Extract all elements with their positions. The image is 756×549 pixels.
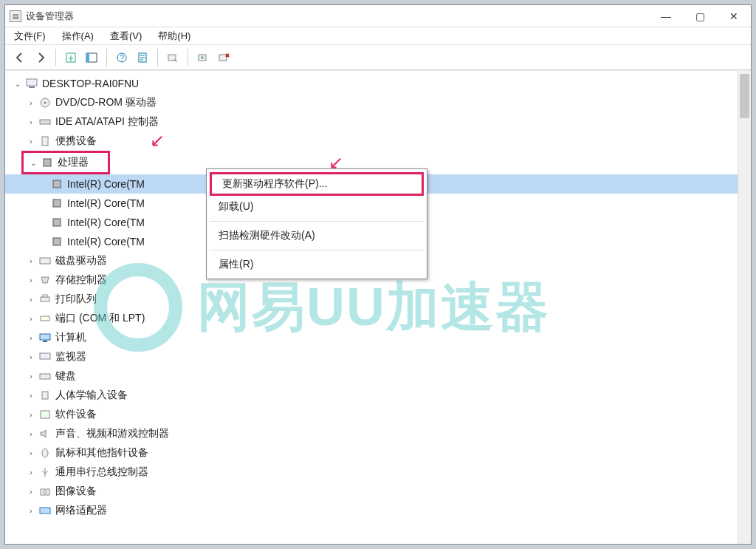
tree-node-network[interactable]: ›网络适配器 bbox=[5, 501, 738, 520]
uninstall-button[interactable] bbox=[214, 48, 233, 67]
device-tree[interactable]: 网易UU加速器 ↙ ↙ ⌄ DESKTOP-RAI0FNU › DVD/CD-R… bbox=[5, 71, 738, 544]
cpu-icon bbox=[49, 177, 64, 191]
vertical-scrollbar[interactable] bbox=[738, 71, 751, 544]
computer-icon bbox=[38, 331, 52, 344]
tree-node-mouse[interactable]: ›鼠标和其他指针设备 bbox=[5, 443, 738, 463]
device-manager-window: ▤ 设备管理器 — ▢ ✕ 文件(F) 操作(A) 查看(V) 帮助(H) ? bbox=[4, 4, 752, 545]
computer-icon bbox=[24, 77, 39, 90]
usb-icon bbox=[38, 466, 52, 479]
context-menu: 更新驱动程序软件(P)... 卸载(U) 扫描检测硬件改动(A) 属性(R) bbox=[206, 168, 427, 279]
network-icon bbox=[38, 504, 52, 517]
cpu-icon bbox=[49, 235, 64, 248]
scroll-thumb[interactable] bbox=[740, 74, 749, 118]
tree-label: 便携设备 bbox=[55, 134, 97, 148]
tree-node-processors[interactable]: ⌄ 处理器 bbox=[24, 153, 108, 172]
tree-node-hid[interactable]: ›人体学输入设备 bbox=[5, 386, 738, 405]
svg-rect-18 bbox=[53, 219, 61, 226]
mouse-icon bbox=[38, 446, 52, 460]
hid-icon bbox=[38, 389, 52, 402]
keyboard-icon bbox=[38, 369, 52, 383]
up-tree-button[interactable] bbox=[61, 48, 80, 67]
tree-label: 处理器 bbox=[58, 156, 89, 169]
tree-label: 人体学输入设备 bbox=[55, 389, 128, 402]
tree-label: Intel(R) Core(TM bbox=[67, 197, 145, 209]
tree-node-ide[interactable]: › IDE ATA/ATAPI 控制器 bbox=[5, 112, 738, 132]
tree-label: 打印队列 bbox=[55, 293, 97, 306]
tree-label: 端口 (COM 和 LPT) bbox=[55, 312, 145, 325]
expand-icon[interactable]: › bbox=[26, 137, 36, 146]
back-button[interactable] bbox=[10, 48, 30, 67]
tree-node-printq[interactable]: ›打印队列 bbox=[5, 290, 738, 309]
tree-label: 图像设备 bbox=[55, 485, 97, 498]
ctx-update-driver[interactable]: 更新驱动程序软件(P)... bbox=[210, 172, 424, 196]
svg-rect-23 bbox=[41, 316, 49, 321]
ctx-uninstall[interactable]: 卸载(U) bbox=[208, 196, 425, 218]
svg-point-12 bbox=[44, 102, 47, 104]
menu-file[interactable]: 文件(F) bbox=[11, 28, 49, 44]
menu-view[interactable]: 查看(V) bbox=[107, 28, 145, 44]
tree-label: 监视器 bbox=[55, 350, 86, 364]
ctx-separator bbox=[210, 250, 424, 250]
menubar: 文件(F) 操作(A) 查看(V) 帮助(H) bbox=[5, 27, 751, 45]
ctx-properties[interactable]: 属性(R) bbox=[208, 253, 425, 276]
tree-root[interactable]: ⌄ DESKTOP-RAI0FNU bbox=[5, 74, 738, 93]
maximize-button[interactable]: ▢ bbox=[683, 6, 717, 27]
tree-label: DVD/CD-ROM 驱动器 bbox=[55, 96, 157, 109]
disc-icon bbox=[38, 96, 52, 109]
expand-icon[interactable]: › bbox=[26, 118, 36, 126]
help-button[interactable]: ? bbox=[112, 48, 131, 67]
ctx-separator bbox=[210, 221, 424, 222]
tree-node-keyboard[interactable]: ›键盘 bbox=[5, 366, 738, 386]
software-icon bbox=[38, 408, 52, 421]
tree-node-computer[interactable]: ›计算机 bbox=[5, 328, 738, 347]
tree-node-ports[interactable]: ›端口 (COM 和 LPT) bbox=[5, 309, 738, 328]
svg-point-30 bbox=[42, 449, 48, 457]
svg-rect-14 bbox=[42, 137, 48, 146]
svg-rect-25 bbox=[43, 341, 47, 342]
tree-node-avgame[interactable]: ›声音、视频和游戏控制器 bbox=[5, 424, 738, 443]
svg-rect-16 bbox=[53, 180, 61, 188]
tree-node-imaging[interactable]: ›图像设备 bbox=[5, 482, 738, 501]
client-area: 网易UU加速器 ↙ ↙ ⌄ DESKTOP-RAI0FNU › DVD/CD-R… bbox=[5, 70, 751, 544]
show-pane-button[interactable] bbox=[82, 48, 101, 67]
sound-icon bbox=[38, 427, 52, 440]
tree-node-dvd[interactable]: › DVD/CD-ROM 驱动器 bbox=[5, 93, 738, 112]
update-driver-button[interactable] bbox=[193, 48, 213, 67]
cpu-icon bbox=[49, 216, 64, 229]
tree-label: IDE ATA/ATAPI 控制器 bbox=[55, 115, 159, 129]
properties-button[interactable] bbox=[133, 48, 152, 67]
menu-action[interactable]: 操作(A) bbox=[59, 28, 97, 44]
camera-icon bbox=[38, 485, 52, 498]
tree-label: 声音、视频和游戏控制器 bbox=[55, 427, 169, 440]
svg-rect-2 bbox=[86, 53, 89, 62]
tree-node-portable[interactable]: › 便携设备 bbox=[5, 132, 738, 151]
svg-rect-33 bbox=[40, 508, 50, 514]
tree-label: 通用串行总线控制器 bbox=[55, 466, 148, 479]
svg-rect-28 bbox=[42, 392, 48, 399]
tree-node-usb[interactable]: ›通用串行总线控制器 bbox=[5, 463, 738, 482]
expand-icon[interactable]: › bbox=[26, 99, 36, 107]
close-button[interactable]: ✕ bbox=[717, 6, 751, 27]
port-icon bbox=[38, 312, 52, 325]
minimize-button[interactable]: — bbox=[649, 6, 683, 27]
menu-help[interactable]: 帮助(H) bbox=[155, 28, 193, 44]
svg-rect-19 bbox=[53, 238, 61, 245]
forward-button[interactable] bbox=[31, 48, 50, 67]
svg-rect-8 bbox=[219, 55, 227, 61]
tree-label: 网络适配器 bbox=[55, 504, 107, 517]
svg-rect-24 bbox=[40, 334, 50, 340]
scan-button[interactable] bbox=[163, 48, 182, 67]
svg-text:?: ? bbox=[120, 54, 125, 62]
tree-label: 计算机 bbox=[55, 331, 86, 344]
toolbar: ? bbox=[5, 45, 751, 70]
svg-rect-13 bbox=[40, 120, 50, 124]
svg-rect-29 bbox=[41, 411, 49, 418]
collapse-icon[interactable]: ⌄ bbox=[13, 80, 23, 88]
tree-node-software[interactable]: ›软件设备 bbox=[5, 405, 738, 424]
svg-rect-9 bbox=[27, 79, 37, 86]
tree-node-monitor[interactable]: ›监视器 bbox=[5, 347, 738, 366]
tree-label: Intel(R) Core(TM bbox=[67, 236, 145, 248]
tree-label: Intel(R) Core(TM bbox=[67, 216, 145, 228]
collapse-icon[interactable]: ⌄ bbox=[28, 159, 38, 167]
ctx-scan-hardware[interactable]: 扫描检测硬件改动(A) bbox=[208, 225, 425, 247]
